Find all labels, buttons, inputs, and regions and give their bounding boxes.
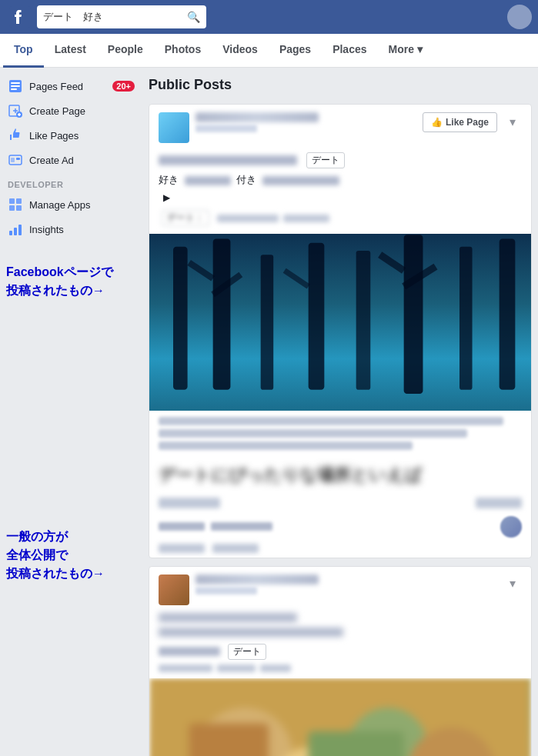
post-meta-line-1: デート：: [159, 208, 522, 228]
sidebar-item-create-ad[interactable]: Create Ad: [0, 148, 142, 172]
svg-rect-29: [500, 239, 516, 390]
svg-rect-41: [309, 731, 404, 756]
annotation-facebook-page: Facebookページで投稿されたもの→: [0, 257, 142, 306]
sidebar-label-create-ad: Create Ad: [29, 155, 135, 166]
svg-rect-13: [16, 158, 20, 160]
svg-rect-15: [16, 198, 22, 204]
post-text-line-3: ▶: [159, 190, 522, 205]
facebook-logo: [6, 3, 34, 31]
sidebar-label-like-pages: Like Pages: [29, 130, 135, 142]
post-header-1: 👍 Like Page ▾: [149, 105, 531, 148]
sidebar-label-insights: Insights: [29, 224, 135, 235]
svg-rect-2: [11, 82, 20, 84]
tab-more[interactable]: More ▾: [378, 34, 433, 68]
tab-photos[interactable]: Photos: [154, 34, 212, 68]
top-bar: 🔍: [0, 0, 538, 34]
tab-latest[interactable]: Latest: [44, 34, 97, 68]
svg-rect-21: [149, 234, 531, 411]
post-time-blurred-1: [195, 125, 257, 132]
manage-apps-icon: [8, 197, 23, 212]
svg-rect-20: [18, 225, 22, 235]
svg-rect-4: [11, 88, 17, 90]
post-content-below-1: [149, 411, 531, 460]
food-svg: [149, 678, 531, 756]
content-area: Public Posts 👍 Like Page ▾: [142, 68, 538, 756]
post-name-blurred-2: [195, 574, 319, 584]
annotation-public-post: 一般の方が全体公開で投稿されたもの→: [0, 521, 142, 589]
svg-rect-22: [173, 247, 188, 390]
tree-svg: [149, 234, 531, 411]
content-title: Public Posts: [149, 74, 532, 96]
pages-feed-icon: [8, 78, 23, 94]
svg-rect-19: [14, 228, 17, 235]
post-image-trees: [149, 234, 531, 411]
search-input[interactable]: [43, 12, 182, 23]
tab-pages[interactable]: Pages: [269, 34, 322, 68]
svg-rect-25: [309, 243, 325, 390]
main-layout: Pages Feed 20+ Create Page: [0, 68, 538, 756]
search-icon: 🔍: [187, 11, 200, 23]
sidebar-label-create-page: Create Page: [29, 105, 135, 117]
svg-rect-28: [459, 247, 473, 390]
post-food-image: [149, 678, 531, 756]
thumbs-up-icon: 👍: [431, 117, 443, 128]
svg-rect-18: [9, 231, 12, 235]
svg-rect-27: [404, 235, 423, 394]
insights-icon: [8, 221, 23, 237]
post-avatar-2[interactable]: [159, 574, 189, 605]
post-meta-2: [195, 574, 497, 596]
svg-rect-16: [9, 205, 15, 211]
post-body-1: デート 好き 付き ▶ デート：: [149, 148, 531, 234]
sidebar-item-manage-apps[interactable]: Manage Apps: [0, 192, 142, 217]
post-large-text: デートにぴったりな場所といえば: [149, 460, 531, 495]
post-image-2: [149, 678, 531, 756]
sidebar-item-create-page[interactable]: Create Page: [0, 98, 142, 123]
svg-rect-23: [213, 239, 231, 390]
post-chevron-2[interactable]: ▾: [503, 574, 522, 593]
svg-rect-40: [189, 723, 269, 756]
post-meta-line-2: [159, 664, 522, 672]
sidebar-label-pages-feed: Pages Feed: [29, 81, 106, 92]
sidebar-item-like-pages[interactable]: Like Pages: [0, 123, 142, 148]
top-bar-right: [507, 5, 532, 29]
post-name-1: [195, 112, 416, 125]
like-page-button[interactable]: 👍 Like Page: [423, 112, 497, 132]
post-name-2: [195, 574, 497, 587]
post-header-2: ▾: [149, 567, 531, 610]
nav-tabs: Top Latest People Photos Videos Pages Pl…: [0, 34, 538, 68]
post-reactions: [149, 495, 531, 511]
post-interactions: [149, 542, 531, 558]
post-comment-preview: [149, 511, 531, 542]
post-meta-1: [195, 112, 416, 134]
post-body-2: デート: [149, 610, 531, 678]
user-avatar[interactable]: [507, 5, 532, 29]
svg-rect-14: [9, 198, 15, 204]
create-page-icon: [8, 103, 23, 118]
post-chevron-1[interactable]: ▾: [503, 112, 522, 131]
tab-people[interactable]: People: [97, 34, 154, 68]
svg-rect-3: [11, 85, 20, 87]
pages-feed-badge: 20+: [112, 81, 135, 92]
date-tag-post2: デート: [228, 644, 266, 660]
post-text-line-2: 好き 付き: [159, 173, 522, 187]
post-time-1: [195, 125, 416, 134]
sidebar-item-insights[interactable]: Insights: [0, 217, 142, 241]
post-image-1: [149, 234, 531, 411]
post-time-2: [195, 587, 497, 596]
tab-top[interactable]: Top: [3, 34, 44, 68]
tab-videos[interactable]: Videos: [212, 34, 269, 68]
post-avatar-1[interactable]: [159, 112, 189, 143]
create-ad-icon: [8, 152, 23, 168]
post-name-blurred-1: [195, 112, 319, 122]
date-tag-2: デート：: [162, 210, 209, 226]
svg-rect-12: [11, 158, 15, 162]
post-text-line-1: デート: [159, 151, 522, 170]
tab-places[interactable]: Places: [322, 34, 377, 68]
post-card-1: 👍 Like Page ▾ デート 好き 付き ▶: [149, 104, 532, 558]
post-body-text1: 好き: [159, 174, 179, 185]
developer-section-label: DEVELOPER: [0, 172, 142, 192]
svg-rect-26: [356, 251, 371, 390]
sidebar-item-pages-feed[interactable]: Pages Feed 20+: [0, 74, 142, 98]
search-bar[interactable]: 🔍: [37, 5, 206, 28]
play-icon[interactable]: ▶: [159, 190, 174, 205]
